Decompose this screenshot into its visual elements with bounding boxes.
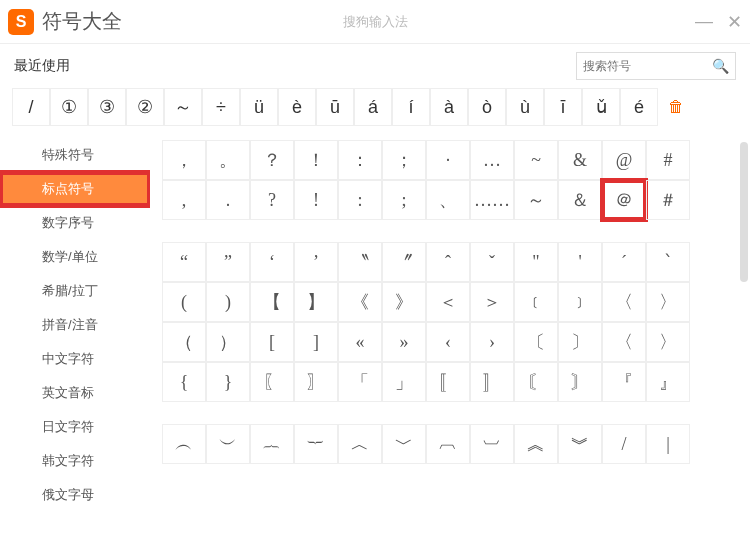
symbol-cell[interactable]: ︹ [426, 424, 470, 464]
symbol-cell[interactable]: ˇ [470, 242, 514, 282]
symbol-cell[interactable]: ´ [602, 242, 646, 282]
symbol-cell[interactable]: ) [206, 282, 250, 322]
symbol-cell[interactable]: ( [162, 282, 206, 322]
sidebar-item-5[interactable]: 拼音/注音 [0, 308, 150, 342]
sidebar-item-6[interactable]: 中文字符 [0, 342, 150, 376]
symbol-cell[interactable]: ” [206, 242, 250, 282]
symbol-cell[interactable]: 』 [646, 362, 690, 402]
symbol-cell[interactable]: 。 [206, 140, 250, 180]
sidebar-item-0[interactable]: 特殊符号 [0, 138, 150, 172]
symbol-cell[interactable]: 〈 [602, 322, 646, 362]
symbol-cell[interactable]: ： [338, 140, 382, 180]
symbol-cell[interactable]: ︵ [162, 424, 206, 464]
symbol-cell[interactable]: : [338, 180, 382, 220]
symbol-cell[interactable]: …… [470, 180, 514, 220]
symbol-cell[interactable]: } [206, 362, 250, 402]
symbol-cell[interactable]: （ [162, 322, 206, 362]
symbol-cell[interactable]: ︾ [558, 424, 602, 464]
symbol-cell[interactable]: 、 [426, 180, 470, 220]
symbol-cell[interactable]: « [338, 322, 382, 362]
symbol-cell[interactable]: , [162, 180, 206, 220]
recent-symbol-6[interactable]: ü [240, 88, 278, 126]
symbol-cell[interactable]: 〗 [294, 362, 338, 402]
symbol-cell[interactable]: ' [558, 242, 602, 282]
recent-symbol-5[interactable]: ÷ [202, 88, 240, 126]
symbol-cell[interactable]: ] [294, 322, 338, 362]
search-icon[interactable]: 🔍 [712, 58, 729, 74]
symbol-cell[interactable]: ， [162, 140, 206, 180]
symbol-cell[interactable]: ~ [514, 140, 558, 180]
sidebar-item-10[interactable]: 俄文字母 [0, 478, 150, 512]
recent-symbol-13[interactable]: ù [506, 88, 544, 126]
sidebar-item-3[interactable]: 数学/单位 [0, 240, 150, 274]
symbol-cell[interactable]: ～ [514, 180, 558, 220]
sidebar-item-1[interactable]: 标点符号 [0, 172, 150, 206]
symbol-cell[interactable]: … [470, 140, 514, 180]
symbol-cell[interactable]: ﹝ [514, 282, 558, 322]
symbol-cell[interactable]: | [646, 424, 690, 464]
minimize-icon[interactable]: ― [695, 11, 713, 33]
symbol-cell[interactable]: ˆ [426, 242, 470, 282]
symbol-cell[interactable]: ） [206, 322, 250, 362]
symbol-cell[interactable]: " [514, 242, 558, 282]
symbol-cell[interactable]: ! [294, 180, 338, 220]
recent-symbol-12[interactable]: ò [468, 88, 506, 126]
recent-symbol-0[interactable]: / [12, 88, 50, 126]
recent-symbol-3[interactable]: ② [126, 88, 164, 126]
recent-symbol-2[interactable]: ③ [88, 88, 126, 126]
symbol-cell[interactable]: 〘 [514, 362, 558, 402]
symbol-cell[interactable]: 〚 [426, 362, 470, 402]
symbol-cell[interactable]: ︷ [250, 424, 294, 464]
symbol-cell[interactable]: 」 [382, 362, 426, 402]
symbol-cell[interactable]: 〙 [558, 362, 602, 402]
symbol-cell[interactable]: ︶ [206, 424, 250, 464]
symbol-cell[interactable]: 『 [602, 362, 646, 402]
sidebar-item-2[interactable]: 数字序号 [0, 206, 150, 240]
symbol-cell[interactable]: & [558, 140, 602, 180]
recent-symbol-15[interactable]: ǔ [582, 88, 620, 126]
recent-symbol-7[interactable]: è [278, 88, 316, 126]
symbol-cell[interactable]: ＜ [426, 282, 470, 322]
symbol-cell[interactable]: ﹀ [382, 424, 426, 464]
recent-symbol-14[interactable]: ī [544, 88, 582, 126]
symbol-cell[interactable]: ˋ [646, 242, 690, 282]
symbol-cell[interactable]: ＞ [470, 282, 514, 322]
search-box[interactable]: 🔍 [576, 52, 736, 80]
symbol-cell[interactable]: ！ [294, 140, 338, 180]
symbol-cell[interactable]: 〉 [646, 322, 690, 362]
symbol-cell[interactable]: 〖 [250, 362, 294, 402]
symbol-cell[interactable]: » [382, 322, 426, 362]
close-icon[interactable]: ✕ [727, 11, 742, 33]
recent-symbol-11[interactable]: à [430, 88, 468, 126]
symbol-cell[interactable]: 「 [338, 362, 382, 402]
symbol-cell[interactable]: # [646, 140, 690, 180]
symbol-cell[interactable]: 〉 [646, 282, 690, 322]
recent-symbol-1[interactable]: ① [50, 88, 88, 126]
symbol-cell[interactable]: 〛 [470, 362, 514, 402]
symbol-cell[interactable]: › [470, 322, 514, 362]
symbol-cell[interactable]: ; [382, 180, 426, 220]
recent-symbol-4[interactable]: ～ [164, 88, 202, 126]
symbol-cell[interactable]: ’ [294, 242, 338, 282]
symbol-cell[interactable]: ﹞ [558, 282, 602, 322]
symbol-cell[interactable]: 〝 [338, 242, 382, 282]
symbol-cell[interactable]: ? [250, 180, 294, 220]
symbol-cell[interactable]: 【 [250, 282, 294, 322]
recent-symbol-16[interactable]: é [620, 88, 658, 126]
search-input[interactable] [583, 59, 703, 73]
scrollbar-thumb[interactable] [740, 142, 748, 282]
symbol-cell[interactable]: ︸ [294, 424, 338, 464]
symbol-cell[interactable]: ︽ [514, 424, 558, 464]
symbol-cell[interactable]: · [426, 140, 470, 180]
symbol-cell[interactable]: ＆ [558, 180, 602, 220]
symbol-cell[interactable]: ︿ [338, 424, 382, 464]
symbol-cell[interactable]: ？ [250, 140, 294, 180]
symbol-cell[interactable]: / [602, 424, 646, 464]
symbol-cell[interactable]: ＠ [602, 180, 646, 220]
symbol-cell[interactable]: “ [162, 242, 206, 282]
recent-symbol-10[interactable]: í [392, 88, 430, 126]
symbol-cell[interactable]: 】 [294, 282, 338, 322]
sidebar-item-7[interactable]: 英文音标 [0, 376, 150, 410]
recent-symbol-8[interactable]: ū [316, 88, 354, 126]
symbol-cell[interactable]: ＃ [646, 180, 690, 220]
